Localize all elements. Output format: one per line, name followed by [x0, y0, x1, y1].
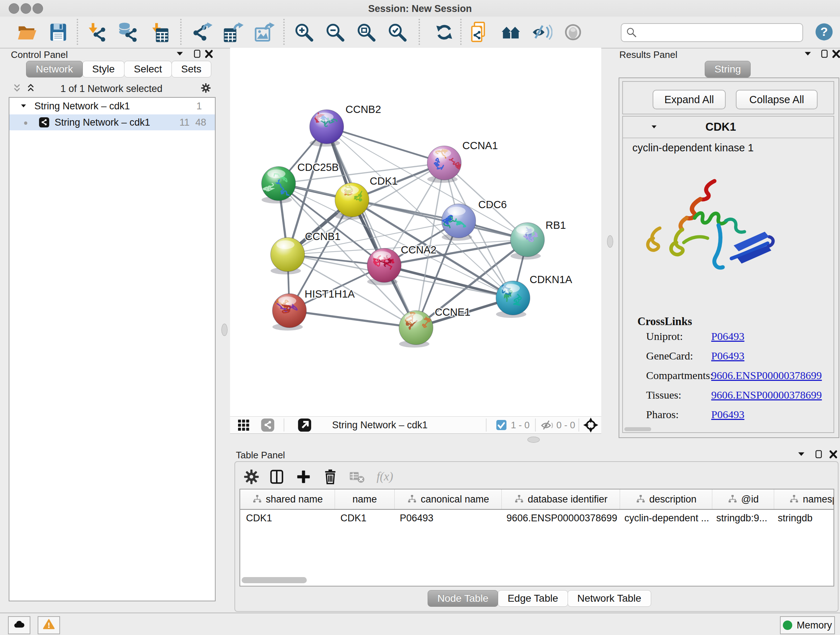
- zoom-in-button[interactable]: [294, 22, 314, 43]
- control-panel-close-icon[interactable]: [203, 49, 214, 59]
- tab-style[interactable]: Style: [82, 61, 125, 78]
- table-panel-collapse-icon[interactable]: [796, 449, 807, 460]
- network-node-ccnb2[interactable]: [309, 110, 344, 147]
- apply-preferred-layout-button[interactable]: [434, 22, 455, 43]
- control-panel-collapse-icon[interactable]: [174, 49, 185, 59]
- delete-column-icon[interactable]: [322, 469, 339, 485]
- crosslink-link[interactable]: P06493: [711, 409, 745, 420]
- column-header-canonical-name[interactable]: canonical name: [395, 489, 502, 509]
- network-options-gear-icon[interactable]: [201, 82, 211, 93]
- search-field[interactable]: [621, 23, 803, 42]
- results-panel-collapse-icon[interactable]: [802, 49, 813, 59]
- tab-sets[interactable]: Sets: [172, 61, 211, 78]
- network-node-cdc6[interactable]: [442, 204, 476, 241]
- control-panel-float-icon[interactable]: [192, 49, 202, 59]
- import-network-database-button[interactable]: [118, 22, 139, 43]
- tab-network-table[interactable]: Network Table: [568, 590, 651, 607]
- crosshair-icon[interactable]: [583, 417, 599, 433]
- section-collapse-icon[interactable]: [650, 123, 658, 131]
- results-panel-close-icon[interactable]: [831, 49, 840, 59]
- network-node-cdc25b[interactable]: [262, 166, 295, 203]
- bottom-divider-handle[interactable]: [527, 437, 540, 443]
- tree-expander-icon[interactable]: [19, 102, 28, 111]
- detach-view-icon[interactable]: [297, 418, 312, 432]
- crosslink-link[interactable]: 9606.ENSP00000378699: [711, 389, 822, 401]
- network-collection-row[interactable]: String Network – cdk1 1: [9, 98, 215, 114]
- table-cell[interactable]: stringdb:9...: [711, 513, 772, 524]
- cdk1-section-header[interactable]: CDK1: [623, 117, 834, 138]
- results-panel-float-icon[interactable]: [819, 49, 830, 59]
- show-display-button[interactable]: [562, 22, 584, 43]
- export-image-button[interactable]: [254, 22, 275, 43]
- export-table-button[interactable]: [223, 22, 244, 43]
- column-header-namespace[interactable]: namespace: [774, 489, 834, 509]
- column-header-name[interactable]: name: [335, 489, 395, 509]
- hidden-eye-slash-icon[interactable]: [540, 418, 554, 432]
- zoom-out-button[interactable]: [325, 22, 346, 43]
- collapse-all-button[interactable]: Collapse All: [736, 90, 818, 109]
- table-cell[interactable]: stringdb: [772, 513, 834, 524]
- network-node-ccna2[interactable]: [367, 249, 401, 285]
- zoom-fit-button[interactable]: [355, 22, 377, 43]
- network-node-cdk1[interactable]: [335, 183, 369, 220]
- crosslink-link[interactable]: P06493: [711, 330, 745, 342]
- toolbar-group: [17, 22, 69, 43]
- open-session-button[interactable]: [17, 22, 38, 43]
- right-divider-handle[interactable]: [607, 235, 613, 248]
- network-node-rb1[interactable]: [510, 223, 545, 260]
- tab-network[interactable]: Network: [26, 61, 83, 78]
- cloud-button[interactable]: [8, 616, 30, 634]
- export-network-button[interactable]: [192, 22, 213, 43]
- help-button[interactable]: ?: [814, 22, 834, 42]
- add-column-icon[interactable]: [295, 469, 312, 485]
- column-header--id[interactable]: @id: [712, 489, 774, 509]
- network-node-ccna1[interactable]: [427, 146, 462, 183]
- hide-display-button[interactable]: [531, 22, 553, 43]
- expand-all-button[interactable]: Expand All: [653, 90, 726, 109]
- view-grid-icon[interactable]: [236, 418, 251, 432]
- network-node-cdkn1a[interactable]: [496, 281, 530, 318]
- tab-string[interactable]: String: [705, 61, 751, 78]
- search-input[interactable]: [638, 25, 802, 40]
- table-cell[interactable]: CDK1: [335, 513, 394, 524]
- selected-checkbox-icon[interactable]: [496, 419, 507, 431]
- tab-select[interactable]: Select: [124, 61, 172, 78]
- network-node-hist1h1a[interactable]: [272, 294, 306, 331]
- network-collection-label: String Network – cdk1: [34, 101, 130, 112]
- tab-edge-table[interactable]: Edge Table: [498, 590, 568, 607]
- table-cell[interactable]: cyclin-dependent ...: [619, 513, 711, 524]
- table-hscrollbar[interactable]: [242, 577, 307, 583]
- column-header-shared-name[interactable]: shared name: [240, 489, 335, 509]
- string-import-button[interactable]: [469, 22, 490, 43]
- table-panel-float-icon[interactable]: [813, 449, 824, 460]
- table-options-gear-icon[interactable]: [243, 469, 260, 485]
- network-node-ccne1[interactable]: [399, 310, 433, 348]
- import-table-file-button[interactable]: [149, 22, 170, 43]
- toolbar-separator: [460, 19, 462, 45]
- crosslink-link[interactable]: P06493: [711, 350, 745, 362]
- results-hscrollbar[interactable]: [624, 427, 651, 431]
- memory-button[interactable]: Memory: [780, 616, 835, 634]
- column-header-description[interactable]: description: [620, 489, 712, 509]
- import-network-file-button[interactable]: [87, 22, 107, 43]
- network-edge[interactable]: [327, 127, 444, 163]
- tab-node-table[interactable]: Node Table: [428, 590, 498, 607]
- left-divider-handle[interactable]: [221, 324, 227, 336]
- show-columns-icon[interactable]: [268, 469, 285, 485]
- save-session-button[interactable]: [48, 22, 69, 43]
- column-header-database-identifier[interactable]: database identifier: [502, 489, 620, 509]
- table-panel-close-icon[interactable]: [828, 449, 838, 460]
- table-cell[interactable]: P06493: [394, 513, 501, 524]
- zoom-selected-button[interactable]: [387, 22, 408, 43]
- table-cell[interactable]: CDK1: [240, 513, 335, 524]
- share-view-icon[interactable]: [261, 418, 275, 432]
- network-node-ccnb1[interactable]: [271, 238, 305, 274]
- warning-button[interactable]: [38, 616, 60, 634]
- network-edge[interactable]: [289, 310, 416, 328]
- network-row-selected[interactable]: String Network – cdk1 11 48: [9, 114, 215, 130]
- crosslink-link[interactable]: 9606.ENSP00000378699: [711, 369, 822, 381]
- node-table[interactable]: shared namenamecanonical namedatabase id…: [240, 489, 834, 586]
- string-home-button[interactable]: [500, 22, 521, 43]
- table-cell[interactable]: 9606.ENSP00000378699: [501, 513, 619, 524]
- network-canvas[interactable]: CCNB2CCNA1CDC25BCDK1CDC6RB1CCNB1CCNA2CDK…: [230, 48, 601, 416]
